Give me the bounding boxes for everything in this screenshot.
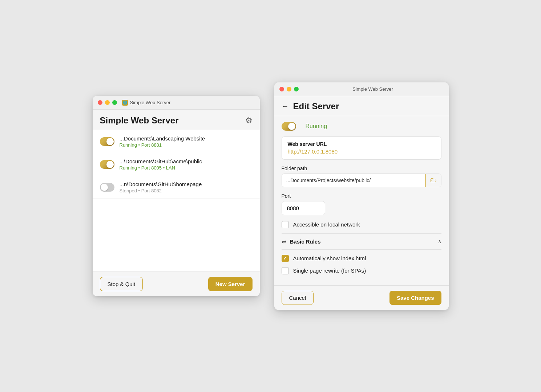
window-controls: [98, 100, 117, 105]
status-text: Running • Port 8881: [120, 142, 162, 148]
basic-rules-title: Basic Rules: [290, 238, 321, 245]
window-controls: [279, 87, 299, 91]
minimize-button[interactable]: [287, 87, 291, 91]
edit-title: Edit Server: [293, 101, 339, 111]
toggle-thumb: [106, 138, 114, 145]
back-arrow-icon: ←: [282, 102, 289, 110]
url-box-label: Web server URL: [288, 141, 435, 147]
checkmark-icon: ✓: [283, 256, 287, 261]
basic-rules-section[interactable]: ⇌ Basic Rules ∧: [282, 233, 441, 250]
toggle-thumb: [101, 184, 108, 191]
url-box: Web server URL http://127.0.0.1:8080: [282, 136, 441, 160]
toggle-thumb: [106, 161, 114, 168]
server-status: Running • Port 8881: [120, 142, 253, 148]
right-footer: Cancel Save Changes: [274, 285, 449, 310]
left-header: Simple Web Server ⚙: [93, 110, 260, 130]
server-info: ...Documents\Landscaping Website Running…: [120, 135, 253, 148]
rule-1-label: Automatically show index.html: [293, 255, 366, 261]
edit-content: Running Web server URL http://127.0.0.1:…: [274, 116, 449, 285]
lan-label: Accessible on local network: [293, 221, 360, 228]
folder-row: 🗁: [282, 173, 441, 187]
status-row: Running: [282, 122, 441, 131]
edit-header: ← Edit Server: [274, 96, 449, 116]
status-text: Stopped • Port 8082: [120, 188, 162, 193]
cancel-button[interactable]: Cancel: [282, 291, 314, 305]
server-name: ...Documents\Landscaping Website: [120, 135, 253, 142]
lan-checkbox[interactable]: [282, 221, 289, 228]
browse-folder-button[interactable]: 🗁: [425, 174, 441, 187]
server-info: ...n\Documents\GitHub\homepage Stopped •…: [120, 181, 253, 193]
server-toggle[interactable]: [100, 160, 114, 169]
status-label: Running: [306, 123, 327, 130]
server-toggle[interactable]: [100, 183, 114, 192]
rule-1-checkbox[interactable]: ✓: [282, 255, 289, 262]
rule-2-checkbox[interactable]: [282, 267, 289, 274]
folder-path-label: Folder path: [282, 166, 441, 171]
titlebar: 🌐 Simple Web Server: [93, 96, 260, 110]
sliders-icon: ⇌: [282, 238, 286, 245]
server-url-link[interactable]: http://127.0.0.1:8080: [288, 148, 338, 155]
gear-icon: ⚙: [245, 116, 253, 125]
server-name: ...n\Documents\GitHub\homepage: [120, 181, 253, 187]
rule-2-label: Single page rewrite (for SPAs): [293, 268, 366, 274]
rule-2-row: Single page rewrite (for SPAs): [282, 267, 441, 274]
status-toggle[interactable]: [282, 122, 296, 131]
save-changes-button[interactable]: Save Changes: [389, 291, 441, 305]
server-toggle[interactable]: [100, 137, 114, 146]
new-server-button[interactable]: New Server: [208, 277, 253, 291]
titlebar-title: Simple Web Server: [130, 100, 171, 105]
lan-checkbox-row: Accessible on local network: [282, 221, 441, 228]
server-item[interactable]: ...Documents\Landscaping Website Running…: [93, 130, 260, 153]
server-status: Stopped • Port 8082: [120, 188, 253, 193]
mac-titlebar: Simple Web Server: [274, 82, 449, 96]
folder-icon: 🗁: [430, 176, 437, 184]
server-name: ...\Documents\GitHub\acme\public: [120, 158, 253, 164]
maximize-button[interactable]: [112, 100, 117, 105]
port-label: Port: [282, 193, 441, 199]
settings-button[interactable]: ⚙: [245, 116, 253, 125]
app-title: Simple Web Server: [100, 115, 179, 126]
close-button[interactable]: [98, 100, 102, 105]
quit-button[interactable]: Stop & Quit: [100, 277, 143, 291]
close-button[interactable]: [279, 87, 284, 91]
server-item[interactable]: ...n\Documents\GitHub\homepage Stopped •…: [93, 176, 260, 199]
right-window: Simple Web Server ← Edit Server Running …: [274, 82, 449, 310]
server-list-spacer: [93, 199, 260, 271]
rule-1-row: ✓ Automatically show index.html: [282, 255, 441, 262]
server-item[interactable]: ...\Documents\GitHub\acme\public Running…: [93, 153, 260, 176]
chevron-up-icon: ∧: [438, 238, 441, 244]
minimize-button[interactable]: [105, 100, 110, 105]
app-icon: 🌐: [122, 100, 128, 106]
toggle-thumb: [288, 123, 295, 130]
status-text: Running • Port 8005 • LAN: [120, 165, 175, 171]
left-footer: Stop & Quit New Server: [93, 272, 260, 296]
left-window: 🌐 Simple Web Server Simple Web Server ⚙ …: [93, 96, 260, 296]
folder-path-input[interactable]: [282, 174, 425, 187]
server-status: Running • Port 8005 • LAN: [120, 165, 253, 171]
port-input[interactable]: [282, 201, 325, 215]
server-info: ...\Documents\GitHub\acme\public Running…: [120, 158, 253, 171]
server-list: ...Documents\Landscaping Website Running…: [93, 130, 260, 272]
mac-title: Simple Web Server: [302, 86, 444, 92]
maximize-button[interactable]: [294, 87, 299, 91]
back-button[interactable]: ←: [282, 102, 289, 110]
